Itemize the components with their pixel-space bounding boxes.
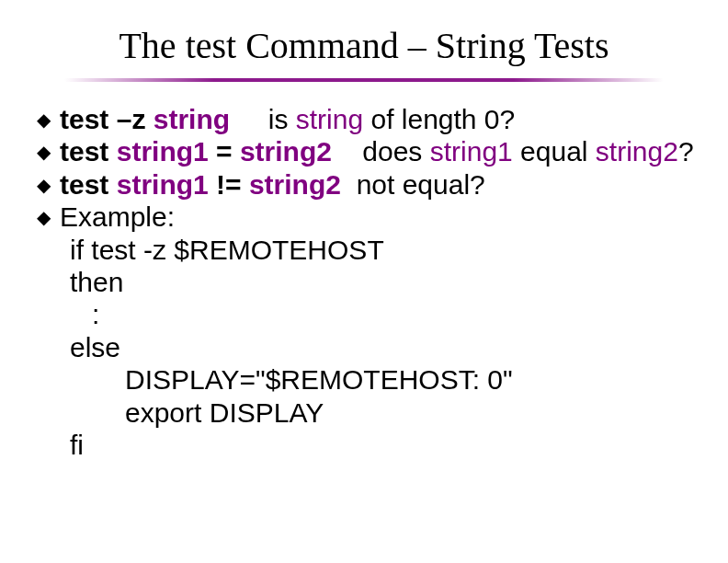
cmd-arg2: string2 xyxy=(249,168,341,201)
code-line: DISPLAY="$REMOTEHOST: 0" xyxy=(70,363,710,396)
bullet-line-1: ◆ test –z string is string of length 0? xyxy=(37,103,710,135)
gap xyxy=(230,103,268,135)
desc-post: ? xyxy=(678,135,694,167)
cmd-arg1: string1 xyxy=(117,168,209,201)
diamond-bullet-icon: ◆ xyxy=(37,109,51,132)
bullet-line-3: ◆ test string1 != string2 not equal? xyxy=(37,168,710,201)
desc-pre: does xyxy=(362,135,429,167)
cmd-test: test xyxy=(60,103,108,135)
bullet-line-2: ◆ test string1 = string2 does string1 eq… xyxy=(37,135,710,167)
diamond-bullet-icon: ◆ xyxy=(37,142,51,164)
content: ◆ test –z string is string of length 0? … xyxy=(37,103,710,461)
slide: The test Command – String Tests ◆ test –… xyxy=(0,0,728,563)
example-label: Example: xyxy=(60,201,175,233)
gap xyxy=(341,168,357,201)
diamond-bullet-icon: ◆ xyxy=(37,175,51,197)
cmd-rest xyxy=(108,168,116,201)
desc-mid: equal xyxy=(513,135,596,167)
bullet-line-example: ◆ Example: xyxy=(37,201,710,233)
cmd-test: test xyxy=(60,168,108,201)
code-line: if test -z $REMOTEHOST xyxy=(70,234,710,266)
code-line: then xyxy=(70,266,710,298)
desc-arg1: string1 xyxy=(430,135,513,167)
cmd-arg2: string2 xyxy=(240,135,332,167)
code-line: else xyxy=(70,331,710,363)
desc-arg: string xyxy=(296,103,363,135)
code-line: fi xyxy=(70,429,710,461)
code-line: : xyxy=(70,298,710,330)
cmd-op: = xyxy=(209,135,240,167)
slide-title: The test Command – String Tests xyxy=(0,24,728,67)
cmd-test: test xyxy=(60,135,108,167)
desc-post: of length 0? xyxy=(363,103,515,135)
diamond-bullet-icon: ◆ xyxy=(37,207,51,229)
gap xyxy=(332,135,362,167)
desc: not equal? xyxy=(357,168,485,201)
cmd-rest xyxy=(108,135,116,167)
cmd-op: != xyxy=(209,168,249,201)
code-block: if test -z $REMOTEHOST then : else DISPL… xyxy=(70,234,710,462)
cmd-arg1: string1 xyxy=(117,135,209,167)
cmd-rest: –z xyxy=(108,103,153,135)
cmd-arg: string xyxy=(154,103,230,135)
desc-pre: is xyxy=(268,103,296,135)
desc-arg2: string2 xyxy=(596,135,678,167)
title-divider xyxy=(64,78,664,82)
code-line: export DISPLAY xyxy=(70,396,710,429)
